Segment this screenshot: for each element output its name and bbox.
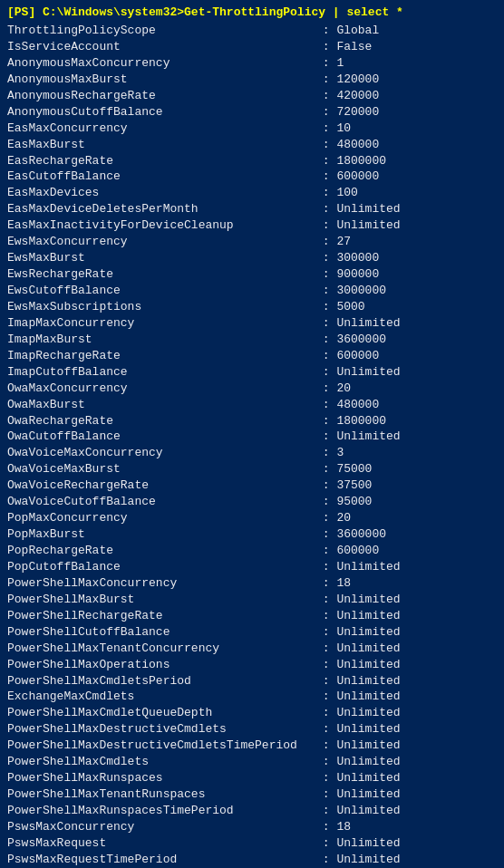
row-value: Unlimited — [336, 429, 400, 445]
table-row: AnonymousMaxConcurrency : 1 — [7, 55, 504, 72]
row-separator: : — [315, 185, 336, 201]
table-row: EasCutoffBalance : 600000 — [7, 169, 504, 185]
table-row: PopMaxBurst : 3600000 — [7, 526, 504, 543]
row-value: 300000 — [336, 250, 379, 266]
row-key: PowerShellMaxCmdletsPeriod — [7, 673, 315, 690]
table-row: EwsMaxSubscriptions : 5000 — [7, 299, 504, 315]
row-value: 420000 — [336, 88, 379, 104]
row-value: 20 — [336, 510, 351, 526]
table-row: PowerShellMaxConcurrency : 18 — [7, 575, 504, 592]
row-value: 1 — [336, 55, 344, 72]
table-row: EasMaxDeviceDeletesPerMonth : Unlimited — [7, 201, 504, 217]
table-row: OwaRechargeRate : 1800000 — [7, 413, 504, 429]
row-value: Unlimited — [336, 559, 400, 575]
row-key: EasMaxDevices — [7, 185, 315, 201]
row-value: 10 — [336, 121, 351, 137]
row-value: Unlimited — [336, 786, 400, 803]
row-separator: : — [315, 201, 336, 217]
output-block: ThrottlingPolicyScope : GlobalIsServiceA… — [7, 23, 504, 868]
row-key: PowerShellMaxDestructiveCmdlets — [7, 721, 315, 738]
row-key: OwaVoiceMaxConcurrency — [7, 445, 315, 461]
table-row: OwaMaxBurst : 480000 — [7, 397, 504, 413]
row-separator: : — [315, 657, 336, 673]
row-key: EwsRechargeRate — [7, 266, 315, 283]
row-key: OwaVoiceMaxBurst — [7, 461, 315, 477]
row-key: OwaCutoffBalance — [7, 429, 315, 445]
row-value: Unlimited — [336, 835, 400, 852]
row-value: 18 — [336, 575, 351, 592]
row-value: Unlimited — [336, 201, 400, 217]
row-separator: : — [315, 299, 336, 315]
table-row: OwaVoiceCutoffBalance : 95000 — [7, 494, 504, 510]
row-value: 3600000 — [336, 526, 386, 543]
table-row: PowerShellMaxDestructiveCmdletsTimePerio… — [7, 738, 504, 754]
table-row: EwsCutoffBalance : 3000000 — [7, 283, 504, 299]
row-separator: : — [315, 705, 336, 721]
row-key: OwaMaxBurst — [7, 397, 315, 413]
row-value: 5000 — [336, 299, 364, 315]
row-separator: : — [315, 803, 336, 819]
table-row: OwaMaxConcurrency : 20 — [7, 381, 504, 397]
row-separator: : — [315, 770, 336, 786]
row-key: EasMaxBurst — [7, 137, 315, 153]
row-key: PowerShellMaxRunspaces — [7, 770, 315, 786]
row-value: 100 — [336, 185, 357, 201]
row-key: PowerShellCutoffBalance — [7, 624, 315, 641]
table-row: PopMaxConcurrency : 20 — [7, 510, 504, 526]
table-row: OwaVoiceMaxBurst : 75000 — [7, 461, 504, 477]
terminal-window: [PS] C:\Windows\system32>Get-ThrottlingP… — [4, 4, 504, 868]
table-row: PowerShellMaxDestructiveCmdlets : Unlimi… — [7, 721, 504, 738]
table-row: PowerShellMaxCmdletsPeriod : Unlimited — [7, 673, 504, 690]
row-value: Unlimited — [336, 770, 400, 786]
row-value: False — [336, 39, 372, 55]
table-row: ImapMaxBurst : 3600000 — [7, 332, 504, 348]
table-row: EwsMaxBurst : 300000 — [7, 250, 504, 266]
row-key: PswsMaxRequest — [7, 835, 315, 852]
row-separator: : — [315, 283, 336, 299]
row-separator: : — [315, 266, 336, 283]
row-separator: : — [315, 88, 336, 104]
row-value: 1800000 — [336, 153, 386, 169]
row-value: Unlimited — [336, 641, 400, 657]
row-separator: : — [315, 575, 336, 592]
row-key: PowerShellMaxTenantRunspaces — [7, 786, 315, 803]
row-separator: : — [315, 413, 336, 429]
row-separator: : — [315, 104, 336, 121]
row-value: 1800000 — [336, 413, 386, 429]
row-key: OwaVoiceRechargeRate — [7, 477, 315, 494]
row-key: ExchangeMaxCmdlets — [7, 689, 315, 705]
row-separator: : — [315, 55, 336, 72]
row-value: 600000 — [336, 543, 379, 559]
table-row: OwaCutoffBalance : Unlimited — [7, 429, 504, 445]
row-key: AnonymousRechargeRate — [7, 88, 315, 104]
row-value: 95000 — [336, 494, 372, 510]
table-row: PowerShellRechargeRate : Unlimited — [7, 608, 504, 624]
table-row: OwaVoiceRechargeRate : 37500 — [7, 477, 504, 494]
row-key: EasMaxInactivityForDeviceCleanup — [7, 217, 315, 234]
row-value: 75000 — [336, 461, 372, 477]
row-key: EwsMaxConcurrency — [7, 234, 315, 250]
row-key: ImapCutoffBalance — [7, 364, 315, 381]
row-separator: : — [315, 624, 336, 641]
row-key: EwsCutoffBalance — [7, 283, 315, 299]
row-value: Unlimited — [336, 673, 400, 690]
row-value: Unlimited — [336, 738, 400, 754]
row-value: 27 — [336, 234, 351, 250]
row-key: OwaVoiceCutoffBalance — [7, 494, 315, 510]
table-row: PowerShellMaxOperations : Unlimited — [7, 657, 504, 673]
table-row: PowerShellMaxRunspaces : Unlimited — [7, 770, 504, 786]
row-value: Unlimited — [336, 608, 400, 624]
row-separator: : — [315, 137, 336, 153]
row-separator: : — [315, 364, 336, 381]
row-separator: : — [315, 397, 336, 413]
row-separator: : — [315, 315, 336, 332]
row-separator: : — [315, 348, 336, 364]
row-separator: : — [315, 738, 336, 754]
row-value: 18 — [336, 819, 351, 835]
row-key: IsServiceAccount — [7, 39, 315, 55]
row-separator: : — [315, 510, 336, 526]
row-separator: : — [315, 835, 336, 852]
row-separator: : — [315, 543, 336, 559]
table-row: ExchangeMaxCmdlets : Unlimited — [7, 689, 504, 705]
row-separator: : — [315, 477, 336, 494]
